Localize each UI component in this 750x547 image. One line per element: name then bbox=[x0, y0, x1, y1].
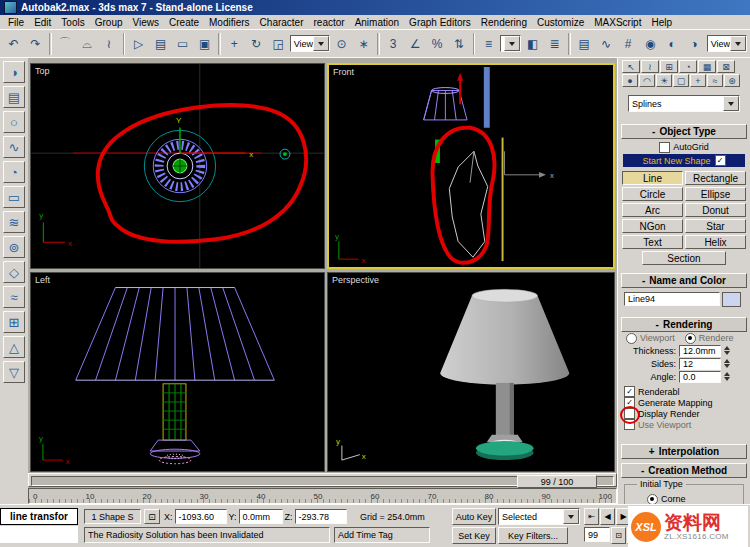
auto-key-button[interactable]: Auto Key bbox=[452, 508, 496, 525]
key-filters-button[interactable]: Key Filters... bbox=[498, 527, 568, 544]
subtab-cameras[interactable]: ▢ bbox=[673, 74, 689, 87]
tab-display[interactable]: ▦ bbox=[698, 60, 716, 73]
menu-item[interactable]: Help bbox=[646, 16, 677, 29]
menu-item[interactable]: Graph Editors bbox=[404, 16, 476, 29]
viewport-perspective[interactable]: Perspective x y bbox=[327, 272, 615, 472]
angle-snap-icon[interactable]: ∠ bbox=[405, 33, 426, 54]
z-coordinate-field[interactable]: -293.78 bbox=[295, 509, 347, 524]
object-color-swatch[interactable] bbox=[722, 292, 741, 307]
viewport-layout-dropdown[interactable]: View bbox=[707, 35, 747, 52]
reactor-preview-icon[interactable]: ▽ bbox=[3, 361, 25, 383]
rollout-object-type[interactable]: - Object Type bbox=[621, 124, 747, 139]
rollout-interpolation[interactable]: + Interpolation bbox=[621, 444, 747, 459]
undo-icon[interactable]: ↶ bbox=[3, 33, 24, 54]
object-type-button[interactable]: Circle bbox=[622, 187, 683, 201]
reactor-cloth-icon[interactable]: ▤ bbox=[3, 86, 25, 108]
schematic-view-icon[interactable]: # bbox=[618, 33, 639, 54]
go-to-start-button[interactable]: ⇤ bbox=[584, 508, 599, 525]
redo-icon[interactable]: ↷ bbox=[25, 33, 46, 54]
render-scene-icon[interactable]: ◐ bbox=[662, 33, 683, 54]
dropdown-arrow-icon[interactable] bbox=[313, 36, 329, 51]
use-viewport-checkbox[interactable] bbox=[624, 419, 635, 430]
subtab-helpers[interactable]: + bbox=[690, 74, 706, 87]
object-type-button[interactable]: Star bbox=[685, 219, 746, 233]
menu-item[interactable]: Character bbox=[255, 16, 309, 29]
renderable-checkbox[interactable]: ✓ bbox=[624, 386, 635, 397]
dropdown-arrow-icon[interactable] bbox=[730, 36, 746, 51]
region-select-icon[interactable]: ▭ bbox=[172, 33, 193, 54]
subtab-shapes[interactable]: ◠ bbox=[639, 74, 655, 87]
track-bar[interactable]: 0102030405060708090100 bbox=[28, 488, 617, 504]
reactor-water-icon[interactable]: △ bbox=[3, 336, 25, 358]
start-new-shape-button[interactable]: Start New Shape ✓ bbox=[623, 154, 745, 167]
thickness-field[interactable]: 12.0mm bbox=[679, 345, 721, 357]
reactor-toy-car-icon[interactable]: ⊞ bbox=[3, 311, 25, 333]
select-by-name-icon[interactable]: ▤ bbox=[150, 33, 171, 54]
subtab-lights[interactable]: ☀ bbox=[656, 74, 672, 87]
menu-item[interactable]: Animation bbox=[350, 16, 404, 29]
spline-category-dropdown[interactable]: Splines bbox=[628, 95, 740, 112]
object-type-button[interactable]: Helix bbox=[685, 235, 746, 249]
select-rotate-icon[interactable]: ↻ bbox=[246, 33, 267, 54]
object-type-button[interactable]: Arc bbox=[622, 203, 683, 217]
set-key-button[interactable]: Set Key bbox=[452, 527, 496, 544]
key-mode-toggle-button[interactable]: ⊡ bbox=[611, 527, 626, 544]
renderer-radio[interactable] bbox=[685, 333, 696, 344]
select-move-icon[interactable]: + bbox=[224, 33, 245, 54]
quick-render-icon[interactable]: ◑ bbox=[684, 33, 705, 54]
mirror-icon[interactable]: ◧ bbox=[522, 33, 543, 54]
tab-create[interactable]: ↖ bbox=[622, 60, 640, 73]
spinner-snap-icon[interactable]: ⇅ bbox=[449, 33, 470, 54]
menu-item[interactable]: Edit bbox=[29, 16, 56, 29]
tab-utilities[interactable]: ⊠ bbox=[717, 60, 735, 73]
select-scale-icon[interactable]: ◲ bbox=[268, 33, 289, 54]
dropdown-arrow-icon[interactable] bbox=[723, 96, 739, 111]
viewport-front-label[interactable]: Front bbox=[333, 67, 354, 77]
menu-item[interactable]: Modifiers bbox=[204, 16, 255, 29]
layer-manager-icon[interactable]: ▤ bbox=[574, 33, 595, 54]
viewport-left[interactable]: Left bbox=[30, 272, 325, 472]
reference-coordinate-dropdown[interactable]: View bbox=[290, 35, 330, 52]
object-type-button[interactable]: Donut bbox=[685, 203, 746, 217]
reactor-plane-icon[interactable]: ▭ bbox=[3, 186, 25, 208]
x-coordinate-field[interactable]: -1093.60 bbox=[175, 509, 227, 524]
time-slider-handle[interactable]: 99 / 100 bbox=[517, 475, 597, 488]
object-type-button[interactable]: NGon bbox=[622, 219, 683, 233]
reactor-deform-mesh-icon[interactable]: ◔ bbox=[3, 161, 25, 183]
y-coordinate-field[interactable]: 0.0mm bbox=[239, 509, 283, 524]
menu-item[interactable]: Rendering bbox=[476, 16, 532, 29]
viewport-left-label[interactable]: Left bbox=[35, 275, 50, 285]
object-type-button[interactable]: Text bbox=[622, 235, 683, 249]
tab-motion[interactable]: ◔ bbox=[679, 60, 697, 73]
viewport-front[interactable]: Front x bbox=[327, 63, 615, 269]
angle-spinner[interactable] bbox=[724, 372, 730, 381]
object-type-button[interactable]: Line bbox=[622, 171, 683, 185]
autogrid-checkbox[interactable] bbox=[659, 142, 670, 153]
generate-mapping-checkbox[interactable]: ✓ bbox=[624, 397, 635, 408]
rollout-rendering[interactable]: - Rendering bbox=[621, 317, 747, 332]
menu-item[interactable]: MAXScript bbox=[589, 16, 646, 29]
reactor-fracture-icon[interactable]: ◇ bbox=[3, 261, 25, 283]
key-filter-selected-dropdown[interactable]: Selected bbox=[498, 508, 580, 525]
subtab-spacewarps[interactable]: ≈ bbox=[707, 74, 723, 87]
subtab-geometry[interactable]: ● bbox=[622, 74, 638, 87]
reactor-wind-icon[interactable]: ≈ bbox=[3, 286, 25, 308]
maxscript-mini-listener[interactable] bbox=[0, 526, 78, 543]
object-name-field[interactable] bbox=[624, 292, 720, 306]
window-crossing-icon[interactable]: ▣ bbox=[194, 33, 215, 54]
menu-item[interactable]: Customize bbox=[532, 16, 589, 29]
dropdown-arrow-icon[interactable] bbox=[504, 36, 520, 51]
object-type-button[interactable]: Rectangle bbox=[685, 171, 746, 185]
bind-spacewarp-icon[interactable]: ≀ bbox=[99, 33, 120, 54]
unlink-icon[interactable]: ⌓ bbox=[77, 33, 98, 54]
reactor-rope-icon[interactable]: ∿ bbox=[3, 136, 25, 158]
menu-item[interactable]: File bbox=[3, 16, 29, 29]
menu-item[interactable]: Tools bbox=[56, 16, 89, 29]
viewport-radio[interactable] bbox=[626, 333, 637, 344]
tab-hierarchy[interactable]: ⊞ bbox=[660, 60, 678, 73]
viewport-top[interactable]: Top x Y bbox=[30, 63, 325, 269]
menu-item[interactable]: Views bbox=[128, 16, 165, 29]
align-icon[interactable]: ≣ bbox=[544, 33, 565, 54]
object-type-button-section[interactable]: Section bbox=[642, 251, 726, 265]
reactor-rigid-body-icon[interactable]: ◑ bbox=[3, 61, 25, 83]
